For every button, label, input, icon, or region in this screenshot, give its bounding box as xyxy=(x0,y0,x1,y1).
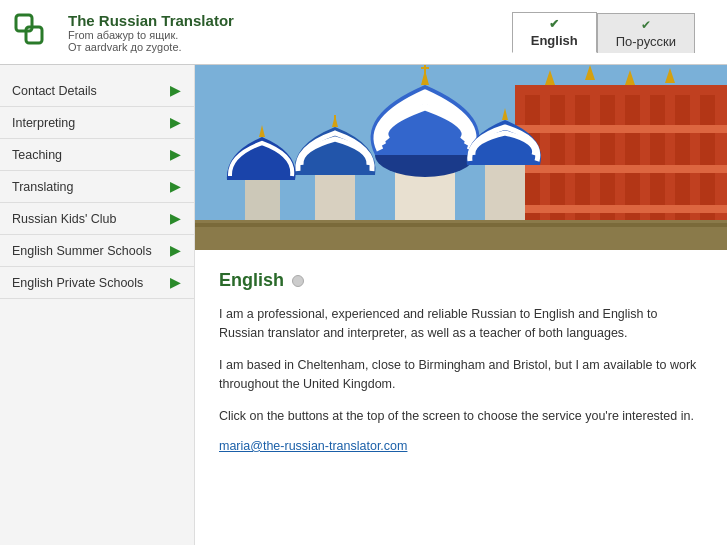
logo-area: The Russian Translator From абажур to ящ… xyxy=(12,9,512,55)
sidebar-item-contact-details-label: Contact Details xyxy=(12,84,97,98)
title-dot xyxy=(292,275,304,287)
logo-subtitle2: От aardvark до zygote. xyxy=(68,41,234,53)
english-check-icon: ✔ xyxy=(549,17,559,31)
svg-rect-12 xyxy=(515,125,727,133)
logo-title: The Russian Translator xyxy=(68,12,234,29)
sidebar-item-contact-details[interactable]: Contact Details ▶ xyxy=(0,75,194,107)
nav-arrow-translating: ▶ xyxy=(170,179,180,194)
content-para-3: Click on the buttons at the top of the s… xyxy=(219,407,703,426)
russian-check-icon: ✔ xyxy=(641,18,651,32)
nav-arrow-contact: ▶ xyxy=(170,83,180,98)
nav-arrow-private: ▶ xyxy=(170,275,180,290)
sidebar: Contact Details ▶ Interpreting ▶ Teachin… xyxy=(0,65,195,545)
content-body: English I am a professional, experienced… xyxy=(195,250,727,473)
lang-tabs: ✔ English ✔ По-русски xyxy=(512,12,695,53)
lang-tab-english[interactable]: ✔ English xyxy=(512,12,597,53)
logo-icon xyxy=(12,9,58,55)
logo-text-block: The Russian Translator From абажур to ящ… xyxy=(68,12,234,53)
header: The Russian Translator From абажур to ящ… xyxy=(0,0,727,65)
lang-tab-russian-label: По-русски xyxy=(616,34,676,49)
sidebar-item-translating-label: Translating xyxy=(12,180,73,194)
sidebar-item-english-private-schools[interactable]: English Private Schools ▶ xyxy=(0,267,194,299)
sidebar-item-interpreting-label: Interpreting xyxy=(12,116,75,130)
cathedral-image xyxy=(195,65,727,250)
sidebar-item-summer-label: English Summer Schools xyxy=(12,244,152,258)
nav-arrow-kids: ▶ xyxy=(170,211,180,226)
sidebar-item-teaching[interactable]: Teaching ▶ xyxy=(0,139,194,171)
nav-arrow-interpreting: ▶ xyxy=(170,115,180,130)
sidebar-item-translating[interactable]: Translating ▶ xyxy=(0,171,194,203)
nav-arrow-summer: ▶ xyxy=(170,243,180,258)
sidebar-item-russian-kids-label: Russian Kids' Club xyxy=(12,212,117,226)
svg-rect-24 xyxy=(421,67,429,69)
logo-subtitle1: From абажур to ящик. xyxy=(68,29,234,41)
svg-rect-1 xyxy=(26,27,42,43)
content-para-1: I am a professional, experienced and rel… xyxy=(219,305,703,344)
email-link[interactable]: maria@the-russian-translator.com xyxy=(219,439,407,453)
main-content: English I am a professional, experienced… xyxy=(195,65,727,545)
content-title-row: English xyxy=(219,270,703,291)
sidebar-item-russian-kids-club[interactable]: Russian Kids' Club ▶ xyxy=(0,203,194,235)
svg-rect-13 xyxy=(515,165,727,173)
lang-tab-english-label: English xyxy=(531,33,578,48)
content-title: English xyxy=(219,270,284,291)
sidebar-item-interpreting[interactable]: Interpreting ▶ xyxy=(0,107,194,139)
svg-rect-0 xyxy=(16,15,32,31)
content-para-2: I am based in Cheltenham, close to Birmi… xyxy=(219,356,703,395)
nav-arrow-teaching: ▶ xyxy=(170,147,180,162)
hero-image xyxy=(195,65,727,250)
sidebar-item-private-label: English Private Schools xyxy=(12,276,143,290)
svg-rect-14 xyxy=(515,205,727,213)
svg-rect-27 xyxy=(334,115,336,121)
lang-tab-russian[interactable]: ✔ По-русски xyxy=(597,13,695,53)
svg-rect-33 xyxy=(195,223,727,227)
sidebar-item-english-summer-schools[interactable]: English Summer Schools ▶ xyxy=(0,235,194,267)
layout: Contact Details ▶ Interpreting ▶ Teachin… xyxy=(0,65,727,545)
sidebar-item-teaching-label: Teaching xyxy=(12,148,62,162)
